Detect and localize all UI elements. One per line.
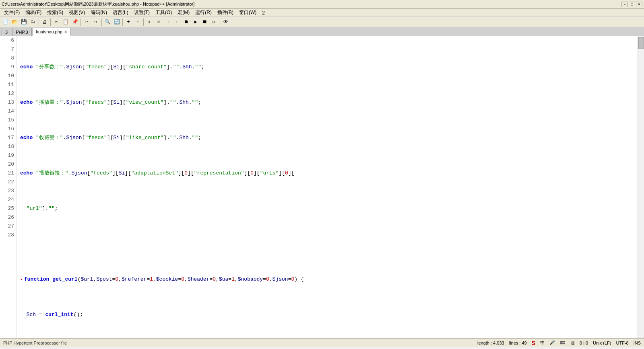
toolbar-redo[interactable]: ↪ [91, 18, 100, 27]
line-num-8: 8 [0, 54, 14, 63]
toolbar-new[interactable]: 📄 [1, 18, 10, 27]
toolbar-separator-5 [122, 18, 123, 26]
code-line-10 [20, 240, 638, 248]
toolbar-replace[interactable]: 🔄 [112, 18, 121, 27]
status-length: length : 4,033 [477, 341, 504, 345]
line-num-11: 11 [0, 80, 14, 89]
toolbar-macro-stop[interactable]: ⏹ [200, 18, 209, 27]
line-num-20: 20 [0, 160, 14, 169]
toolbar-zoom-out[interactable]: − [133, 18, 142, 27]
line-num-24: 24 [0, 195, 14, 204]
tab-php3[interactable]: PHP.3 [12, 28, 31, 36]
toolbar-separator-6 [143, 18, 144, 26]
menu-settings[interactable]: 设置(T) [132, 9, 152, 16]
menu-plugins[interactable]: 插件(B) [215, 9, 236, 16]
toolbar-separator-2 [50, 18, 51, 26]
code-editor[interactable]: echo "分享数：".$json["feeds"][$i]["share_co… [17, 36, 638, 338]
line-num-27: 27 [0, 222, 14, 231]
toolbar: 📄 📂 💾 🗂 🖨 ✂ 📋 📌 ↩ ↪ 🔍 🔄 + − ⇕ ⏎ → ← ⏺ ▶ … [0, 17, 644, 27]
menu-view[interactable]: 视图(V) [66, 9, 87, 16]
line-num-16: 16 [0, 125, 14, 133]
toolbar-find[interactable]: 🔍 [103, 18, 112, 27]
line-num-9: 9 [0, 63, 14, 72]
line-num-15: 15 [0, 116, 14, 125]
status-lang-zh: 中 [540, 340, 545, 346]
toolbar-save[interactable]: 💾 [19, 18, 28, 27]
maximize-button[interactable]: □ [629, 2, 635, 7]
line-num-21: 21 [0, 169, 14, 178]
status-lines: lines : 49 [509, 341, 527, 345]
line-num-26: 26 [0, 213, 14, 222]
close-button[interactable]: ✕ [636, 2, 642, 7]
toolbar-paste[interactable]: 📌 [70, 18, 79, 27]
code-line-7: echo "播放量：".$json["feeds"][$i]["view_cou… [20, 98, 638, 107]
menu-tools[interactable]: 工具(O) [153, 9, 174, 16]
toolbar-open[interactable]: 📂 [10, 18, 19, 27]
toolbar-copy[interactable]: 📋 [61, 18, 70, 27]
status-ins: INS [634, 341, 641, 345]
toolbar-separator-1 [39, 18, 39, 26]
tab-php3-label: PHP.3 [16, 30, 28, 35]
code-line-9b: "url"].""; [20, 204, 638, 213]
status-position: 0 | 0 [580, 341, 588, 345]
menu-language[interactable]: 语言(L) [110, 9, 131, 16]
menu-macro[interactable]: 宏(M) [175, 9, 192, 16]
line-num-28: 28 [0, 231, 14, 240]
minimize-button[interactable]: − [621, 2, 628, 7]
code-line-8: echo "收藏量：".$json["feeds"][$i]["like_cou… [20, 133, 638, 142]
tab-close-icon[interactable]: ✕ [64, 30, 67, 34]
toolbar-monitor[interactable]: 👁 [221, 18, 230, 27]
menu-file[interactable]: 文件(F) [2, 9, 22, 16]
vertical-scrollbar[interactable] [638, 36, 644, 338]
toolbar-indent[interactable]: → [163, 18, 172, 27]
menu-edit[interactable]: 编辑(E) [23, 9, 44, 16]
menu-search[interactable]: 搜索(S) [45, 9, 66, 16]
tab-bar: 3 PHP.3 kuaishou.php ✕ [0, 27, 644, 36]
toolbar-sync-scroll[interactable]: ⇕ [145, 18, 154, 27]
toolbar-cut[interactable]: ✂ [52, 18, 61, 27]
toolbar-separator-7 [220, 18, 220, 26]
menu-2[interactable]: 2 [260, 10, 267, 16]
status-icon-s: S [532, 340, 535, 346]
tab-3[interactable]: 3 [2, 28, 11, 36]
code-line-12: $ch = curl_init(); [20, 310, 638, 319]
line-num-25: 25 [0, 204, 14, 213]
toolbar-zoom-in[interactable]: + [124, 18, 133, 27]
status-line-ending: Unix (LF) [593, 341, 611, 345]
toolbar-macro-play[interactable]: ▶ [191, 18, 200, 27]
window-controls[interactable]: − □ ✕ [621, 2, 642, 7]
toolbar-outdent[interactable]: ← [173, 18, 182, 27]
tab-kuaishou[interactable]: kuaishou.php ✕ [33, 28, 71, 36]
toolbar-separator-4 [101, 18, 102, 26]
menu-window[interactable]: 窗口(W) [237, 9, 259, 16]
toolbar-undo[interactable]: ↩ [82, 18, 91, 27]
menu-encoding[interactable]: 编码(N) [88, 9, 109, 16]
line-num-14: 14 [0, 107, 14, 116]
toolbar-macro-record[interactable]: ⏺ [182, 18, 191, 27]
tab-3-label: 3 [5, 30, 8, 35]
status-mic-icon: 🎤 [549, 340, 555, 345]
line-num-18: 18 [0, 142, 14, 151]
menu-bar: 文件(F) 编辑(E) 搜索(S) 视图(V) 编码(N) 语言(L) 设置(T… [0, 9, 644, 17]
title-bar: C:\Users\Administrator\Desktop\网站源码\2023… [0, 0, 644, 9]
line-num-13: 13 [0, 98, 14, 107]
status-encoding: UTF-8 [616, 341, 628, 345]
menu-run[interactable]: 运行(R) [193, 9, 214, 16]
status-right-group: length : 4,033 lines : 49 S 中 🎤 📼 🖥 0 | … [477, 340, 641, 346]
toolbar-separator-3 [80, 18, 81, 26]
line-num-23: 23 [0, 187, 14, 195]
line-num-12: 12 [0, 89, 14, 98]
status-monitor-icon: 🖥 [570, 341, 575, 345]
toolbar-run[interactable]: ▷ [210, 18, 219, 27]
tab-kuaishou-label: kuaishou.php [36, 29, 62, 34]
code-line-11: ▪function get_curl($url,$post=0,$referer… [20, 275, 638, 284]
line-num-6: 6 [0, 36, 14, 45]
toolbar-word-wrap[interactable]: ⏎ [154, 18, 163, 27]
toolbar-print[interactable]: 🖨 [40, 18, 49, 27]
line-num-10: 10 [0, 72, 14, 80]
title-text: C:\Users\Administrator\Desktop\网站源码\2023… [2, 1, 194, 7]
status-file-type: PHP Hypertext Preprocessor file [3, 341, 67, 345]
line-num-17: 17 [0, 133, 14, 142]
line-num-19: 19 [0, 151, 14, 160]
toolbar-save-all[interactable]: 🗂 [29, 18, 37, 27]
